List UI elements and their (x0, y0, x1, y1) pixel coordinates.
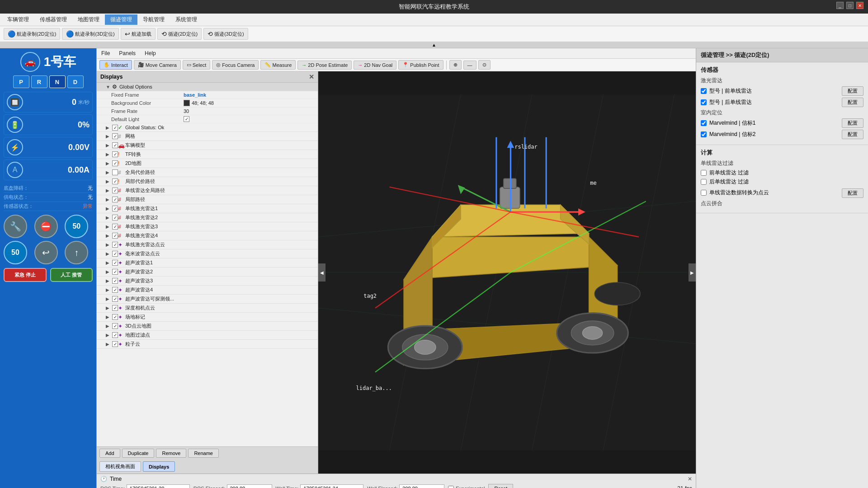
tree-item-ultrasonic-detect[interactable]: ▶ ✦ 超声波雷达可探测领... (97, 295, 318, 304)
tool-extra-1[interactable]: ⊕ (449, 60, 462, 70)
beacon2-check[interactable] (701, 131, 707, 137)
tree-item-lidar-global-path[interactable]: ▶ # 单线雷达全局路径 (97, 186, 318, 195)
menu-track[interactable]: 循迹管理 (105, 14, 137, 25)
item-check[interactable] (112, 188, 118, 193)
time-reset-btn[interactable]: Reset (488, 484, 513, 488)
toolbar-record-2d[interactable]: 🔵 航迹录制(2D定位) (4, 28, 60, 40)
time-close-btn[interactable]: ✕ (688, 476, 692, 482)
ctrl-up[interactable]: ↑ (65, 241, 88, 264)
item-check[interactable] (112, 178, 118, 184)
rear-lidar-config-btn[interactable]: 配置 (842, 98, 863, 107)
item-check[interactable] (112, 296, 118, 302)
duplicate-display-btn[interactable]: Duplicate (122, 449, 155, 458)
item-check[interactable] (112, 305, 118, 311)
item-check[interactable] (112, 341, 118, 347)
item-check[interactable] (112, 133, 118, 139)
item-check[interactable] (112, 215, 118, 221)
beacon1-check[interactable] (701, 120, 707, 126)
item-check[interactable] (112, 169, 118, 175)
viewport-left-toggle[interactable]: ◀ (318, 263, 326, 282)
item-check[interactable] (112, 323, 118, 329)
rviz-menu-panels[interactable]: Panels (117, 49, 137, 57)
item-check[interactable] (112, 151, 118, 157)
tree-item-ultrasonic3[interactable]: ▶ ✦ 超声波雷达3 (97, 277, 318, 286)
rear-filter-check[interactable] (701, 179, 707, 185)
item-check[interactable] (112, 242, 118, 248)
emergency-stop-btn[interactable]: 紧急 停止 (4, 268, 47, 282)
item-check[interactable] (112, 287, 118, 293)
tool-pose-estimate[interactable]: → 2D Pose Estimate (297, 61, 352, 70)
ctrl-stop[interactable]: ⛔ (34, 215, 58, 238)
default-light-checkbox[interactable] (184, 116, 189, 122)
menu-vehicle[interactable]: 车辆管理 (2, 14, 34, 25)
maximize-btn[interactable]: □ (846, 2, 854, 9)
item-check[interactable] (112, 314, 118, 320)
item-check[interactable] (112, 269, 118, 275)
tool-select[interactable]: ▭ Select (183, 60, 211, 70)
right-panel-scroll[interactable]: 传感器 激光雷达 型号 | 前单线雷达 配置 型号 | 后单线雷达 配置 (696, 62, 868, 488)
menu-system[interactable]: 系统管理 (170, 14, 203, 25)
tree-item-grid[interactable]: ▶ # 网格 (97, 132, 318, 141)
ctrl-speed-50[interactable]: 50 (65, 215, 88, 238)
tool-extra-3[interactable]: ⊙ (478, 60, 491, 70)
viewport-3d[interactable]: ◀ ▶ (318, 71, 696, 474)
beacon1-config-btn[interactable]: 配置 (842, 118, 863, 128)
ctrl-wrench[interactable]: 🔧 (4, 215, 27, 238)
tree-item-car-model[interactable]: ▶ 🚗 车辆模型 (97, 141, 318, 150)
ros-time-input[interactable] (127, 484, 190, 488)
wall-time-input[interactable] (300, 484, 363, 488)
add-display-btn[interactable]: Add (99, 449, 120, 458)
item-check[interactable] (112, 142, 118, 148)
menu-map[interactable]: 地图管理 (72, 14, 105, 25)
tree-item-ultrasonic1[interactable]: ▶ ✦ 超声波雷达1 (97, 258, 318, 267)
convert-pc-check[interactable] (701, 190, 707, 196)
tree-item-lidar3[interactable]: ▶ # 单线激光雷达3 (97, 222, 318, 231)
top-arrow[interactable]: ▲ (0, 42, 868, 48)
toolbar-load[interactable]: ↩ 航迹加载 (121, 28, 156, 40)
tree-item-depth-camera[interactable]: ▶ ✦ 深度相机点云 (97, 304, 318, 313)
rviz-menu-file[interactable]: File (99, 49, 112, 57)
tree-item-global-cost[interactable]: ▶ # 全局代价路径 (97, 168, 318, 177)
tree-item-lidar2[interactable]: ▶ # 单线激光雷达2 (97, 213, 318, 222)
tree-item-local-path[interactable]: ▶ # 局部路径 (97, 195, 318, 204)
toolbar-track-2d[interactable]: ⟲ 循迹(2D定位) (157, 28, 202, 40)
tree-item-particle-cloud[interactable]: ▶ ✦ 粒子云 (97, 340, 318, 349)
displays-tree[interactable]: ▼ ⚙ Global Options Fixed Frame base_link… (97, 83, 318, 446)
tree-item-field-marker[interactable]: ▶ ✦ 场地标记 (97, 313, 318, 322)
gear-r[interactable]: R (31, 75, 47, 88)
beacon2-config-btn[interactable]: 配置 (842, 130, 863, 139)
tool-measure[interactable]: 📏 Measure (260, 60, 296, 70)
menu-nav[interactable]: 导航管理 (137, 14, 170, 25)
item-check[interactable] (112, 251, 118, 257)
remove-display-btn[interactable]: Remove (156, 449, 186, 458)
viewport-right-toggle[interactable]: ▶ (689, 263, 696, 282)
tool-publish-point[interactable]: 📍 Publish Point (398, 60, 443, 70)
convert-pc-config-btn[interactable]: 配置 (842, 188, 863, 198)
gear-d[interactable]: D (67, 75, 84, 88)
tool-focus-camera[interactable]: ◎ Focus Camera (212, 60, 259, 70)
tree-item-local-cost[interactable]: ▶ ! 局部代价路径 (97, 177, 318, 186)
front-filter-check[interactable] (701, 170, 707, 176)
gear-n[interactable]: N (49, 75, 66, 88)
tool-move-camera[interactable]: 🎥 Move Camera (134, 60, 181, 70)
tree-item-map2d[interactable]: ▶ ! 2D地图 (97, 159, 318, 168)
gear-p[interactable]: P (13, 75, 29, 88)
item-check[interactable] (112, 206, 118, 211)
global-status-check[interactable] (112, 125, 118, 131)
toolbar-track-3d[interactable]: ⟲ 循迹(3D定位) (203, 28, 248, 40)
displays-close-btn[interactable]: ✕ (309, 73, 314, 80)
item-check[interactable] (112, 260, 118, 266)
camera-view-btn[interactable]: 相机视角画面 (99, 461, 141, 472)
menu-sensor[interactable]: 传感器管理 (34, 14, 72, 25)
item-check[interactable] (112, 278, 118, 284)
experimental-checkbox[interactable] (448, 486, 454, 488)
displays-view-btn[interactable]: Displays (143, 461, 175, 472)
front-lidar-check[interactable] (701, 88, 707, 94)
rviz-menu-help[interactable]: Help (143, 49, 158, 57)
item-check[interactable] (112, 160, 118, 166)
ros-elapsed-input[interactable] (227, 484, 272, 488)
tool-extra-2[interactable]: — (463, 61, 476, 70)
front-lidar-config-btn[interactable]: 配置 (842, 86, 863, 96)
tree-global-options[interactable]: ▼ ⚙ Global Options (97, 83, 318, 91)
item-check[interactable] (112, 224, 118, 230)
